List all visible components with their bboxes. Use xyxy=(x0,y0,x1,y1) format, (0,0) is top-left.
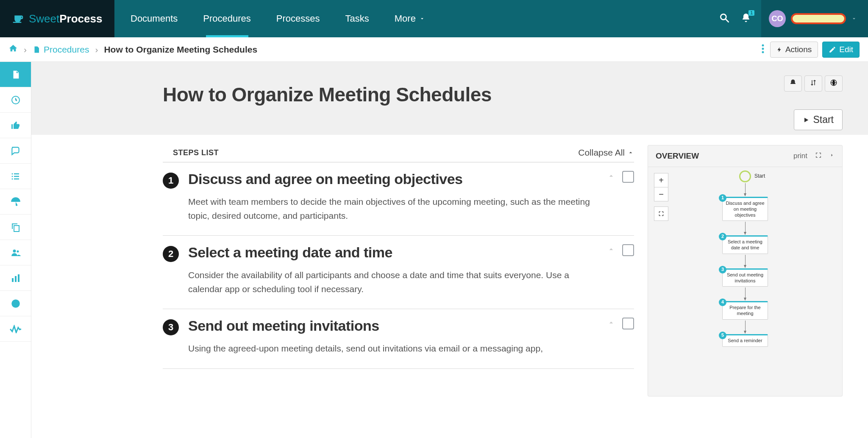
sidebar-item-team[interactable] xyxy=(0,240,31,265)
sort-icon xyxy=(810,79,817,86)
step: 1 Discuss and agree on meeting objective… xyxy=(163,162,634,236)
step-title: Discuss and agree on meeting objectives xyxy=(188,171,604,187)
nav-tab-processes[interactable]: Processes xyxy=(264,0,333,37)
overview-header: OVERVIEW print xyxy=(648,145,842,167)
flow-arrow xyxy=(745,287,746,300)
collapse-step-button[interactable] xyxy=(607,318,615,329)
sidebar-item-activity[interactable] xyxy=(0,316,31,342)
step-description: Meet with team members to decide the mai… xyxy=(188,195,604,223)
step-number: 3 xyxy=(163,319,179,335)
flow-node-number: 2 xyxy=(719,233,726,240)
collapse-step-button[interactable] xyxy=(607,172,615,182)
sidebar-item-history[interactable] xyxy=(0,87,31,113)
sidebar-item-permissions[interactable] xyxy=(0,189,31,215)
flow-node-number: 3 xyxy=(719,266,726,273)
breadcrumb-procedures-link[interactable]: Procedures xyxy=(33,45,89,55)
nav-tab-documents[interactable]: Documents xyxy=(118,0,190,37)
sidebar-item-comments[interactable] xyxy=(0,138,31,164)
edit-button[interactable]: Edit xyxy=(822,42,860,58)
chevron-up-icon xyxy=(607,172,615,180)
start-button[interactable]: Start xyxy=(794,109,843,130)
zoom-in-button[interactable]: + xyxy=(654,173,668,187)
activity-icon xyxy=(10,325,22,333)
step: 2 Select a meeting date and time Conside… xyxy=(163,236,634,309)
nav-tab-label: More xyxy=(395,13,416,24)
actions-button[interactable]: Actions xyxy=(770,42,818,58)
chevron-right-icon xyxy=(829,152,835,159)
edit-icon xyxy=(829,46,836,53)
svg-line-2 xyxy=(726,19,729,22)
step-checkbox[interactable] xyxy=(622,171,634,183)
bell-icon xyxy=(789,79,797,86)
zoom-controls: + − xyxy=(654,173,668,221)
search-icon xyxy=(719,12,730,23)
steps-header: STEPS LIST Collapse All xyxy=(163,145,634,162)
sidebar-item-approve[interactable] xyxy=(0,113,31,138)
step-description: Using the agreed-upon meeting details, s… xyxy=(188,342,604,356)
fit-icon xyxy=(658,211,664,217)
zoom-fit-button[interactable] xyxy=(654,206,668,221)
step-checkbox[interactable] xyxy=(622,318,634,329)
play-icon xyxy=(803,117,810,123)
list-icon xyxy=(11,171,21,181)
sidebar-item-list[interactable] xyxy=(0,164,31,189)
svg-rect-14 xyxy=(12,278,14,282)
subheader-actions: Actions Edit xyxy=(760,42,860,58)
main: How to Organize Meeting Schedules Start … xyxy=(31,62,868,438)
actions-button-label: Actions xyxy=(785,45,812,54)
globe-icon xyxy=(830,79,837,86)
step-description: Consider the availability of all partici… xyxy=(188,268,604,296)
svg-point-5 xyxy=(762,51,764,53)
collapse-step-button[interactable] xyxy=(607,245,615,255)
fullscreen-button[interactable] xyxy=(815,152,822,161)
flow-node[interactable]: 5Send a reminder xyxy=(722,334,768,347)
sidebar-item-copy[interactable] xyxy=(0,215,31,240)
share-button[interactable] xyxy=(825,75,843,92)
nav-tabs: Documents Procedures Processes Tasks Mor… xyxy=(114,0,761,37)
top-nav: SweetProcess Documents Procedures Proces… xyxy=(0,0,868,37)
sidebar-item-settings[interactable] xyxy=(0,291,31,316)
umbrella-icon xyxy=(10,196,21,207)
sort-button[interactable] xyxy=(804,75,822,92)
collapse-all-button[interactable]: Collapse All xyxy=(578,148,634,158)
svg-point-13 xyxy=(17,250,19,252)
nav-tab-label: Processes xyxy=(276,13,320,24)
breadcrumb: › Procedures › How to Organize Meeting S… xyxy=(8,44,760,55)
flow-arrow xyxy=(745,222,746,234)
content: How to Organize Meeting Schedules Start … xyxy=(0,62,868,438)
sidebar-item-document[interactable] xyxy=(0,62,31,87)
more-options-button[interactable] xyxy=(760,42,766,57)
subheader: › Procedures › How to Organize Meeting S… xyxy=(0,37,868,62)
nav-tab-more[interactable]: More xyxy=(382,0,438,37)
overview-panel: OVERVIEW print + − xyxy=(648,145,843,396)
user-menu[interactable]: CO xyxy=(761,0,868,37)
print-button[interactable]: print xyxy=(793,152,807,160)
flow-node[interactable]: 4Prepare for the meeting xyxy=(722,301,768,320)
next-button[interactable] xyxy=(829,152,835,161)
lightning-icon xyxy=(776,46,782,53)
flow-node[interactable]: 3Send out meeting invitations xyxy=(722,268,768,287)
search-button[interactable] xyxy=(719,12,730,25)
nav-tab-procedures[interactable]: Procedures xyxy=(190,0,264,37)
expand-icon xyxy=(815,152,822,159)
notifications-button[interactable]: 1 xyxy=(741,13,751,25)
logo-text-light: Sweet xyxy=(29,12,59,25)
svg-point-10 xyxy=(11,178,13,179)
flow-node[interactable]: 1Discuss and agree on meeting objectives xyxy=(722,197,768,221)
flowchart: Start 1Discuss and agree on meeting obje… xyxy=(722,170,768,347)
sidebar-item-stats[interactable] xyxy=(0,265,31,291)
flow-start-label: Start xyxy=(754,173,765,179)
overview-title: OVERVIEW xyxy=(656,151,786,161)
flow-start-node[interactable] xyxy=(739,170,751,182)
step-checkbox[interactable] xyxy=(622,244,634,256)
breadcrumb-home[interactable] xyxy=(8,44,18,55)
zoom-out-button[interactable]: − xyxy=(654,187,668,201)
notify-button[interactable] xyxy=(784,75,802,92)
user-name-redacted xyxy=(791,13,846,24)
logo[interactable]: SweetProcess xyxy=(0,12,114,25)
nav-tab-tasks[interactable]: Tasks xyxy=(333,0,382,37)
step-number: 2 xyxy=(163,246,179,262)
chevron-up-icon xyxy=(607,318,615,327)
flow-node-number: 5 xyxy=(719,332,726,339)
flow-node[interactable]: 2Select a meeting date and time xyxy=(722,235,768,254)
